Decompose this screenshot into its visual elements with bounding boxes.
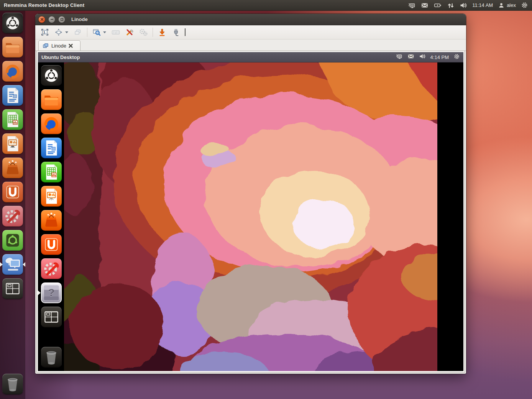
mail-icon[interactable] <box>421 2 429 9</box>
tab-label: Linode <box>51 43 66 49</box>
remote-clock[interactable]: 4:14 PM <box>430 54 449 60</box>
remote-launcher-item-ubuntu-one ubuntu-one-icon[interactable] <box>41 234 62 255</box>
remote-launcher-item-dash ubuntu-dash-icon[interactable] <box>41 65 62 86</box>
remmina-toolbar: 1 <box>35 25 466 39</box>
session-gear-icon[interactable] <box>453 53 460 61</box>
active-app-title: Remmina Remote Desktop Client <box>4 2 84 8</box>
remote-wallpaper <box>64 62 437 371</box>
remote-launcher-item-impress impress-icon[interactable] <box>41 186 62 207</box>
volume-icon[interactable] <box>460 2 467 9</box>
running-indicator-arrow <box>0 262 3 267</box>
minimize-icon <box>50 18 54 21</box>
launcher-item-dash ubuntu-dash-icon[interactable] <box>2 13 23 33</box>
focused-indicator-arrow <box>23 262 25 267</box>
scale-dropdown-caret chevron-down-icon[interactable] <box>103 31 106 33</box>
session-gear-icon[interactable] <box>521 2 528 9</box>
remote-launcher-item-firefox firefox-icon[interactable] <box>41 113 62 134</box>
launcher-item-home-folder folder-icon[interactable] <box>2 37 23 57</box>
toggle-fullscreen-button fullscreen-icon[interactable]: 1 <box>38 27 51 38</box>
duplicate-connection-button duplicate-icon <box>71 27 84 38</box>
screenshot-button download-arrow-icon[interactable] <box>156 27 169 38</box>
user-icon <box>498 2 505 9</box>
resize-window-button resize-icon[interactable] <box>52 27 65 38</box>
username: alex <box>507 2 516 8</box>
remote-launcher-item-trash trash-icon[interactable] <box>41 347 62 368</box>
grab-keyboard-button keyboard-icon <box>109 27 122 38</box>
mail-icon[interactable] <box>407 53 414 61</box>
launcher-item-ubuntu-one ubuntu-one-icon[interactable] <box>2 182 23 202</box>
launcher-item-trash trash-icon[interactable] <box>2 374 23 394</box>
remote-desktop-viewport[interactable]: Ubuntu Desktop 4:14 PM <box>37 51 465 372</box>
remote-focused-indicator-arrow <box>38 291 41 295</box>
text-cursor-bar <box>185 28 186 36</box>
remote-launcher-item-calc calc-icon[interactable] <box>41 162 62 182</box>
connection-tools-button tools-icon[interactable] <box>123 27 136 38</box>
tab-bar: Linode <box>35 39 466 51</box>
launcher-item-writer writer-icon[interactable] <box>2 85 23 106</box>
user-menu[interactable]: alex <box>498 2 516 9</box>
unity-launcher <box>0 11 25 399</box>
host-clock[interactable]: 11:14 AM <box>472 2 493 8</box>
maximize-icon <box>60 18 64 21</box>
launcher-item-calc calc-icon[interactable] <box>2 109 23 130</box>
launcher-item-software-center software-center-bag-icon[interactable] <box>2 158 23 178</box>
volume-icon[interactable] <box>419 53 426 61</box>
battery-charging-icon[interactable] <box>433 2 442 9</box>
launcher-item-remmina remmina-icon[interactable] <box>2 254 23 275</box>
launcher-item-firefox firefox-icon[interactable] <box>2 61 23 82</box>
remote-indicator-area: 4:14 PM <box>395 53 463 61</box>
remmina-window: Linode 1 <box>35 14 466 374</box>
launcher-item-impress impress-icon[interactable] <box>2 133 23 154</box>
fullscreen-badge: 1 <box>43 30 45 34</box>
remote-desktop-body: ? <box>38 62 463 371</box>
maximize-window-button[interactable] <box>58 16 65 23</box>
toolbar-separator <box>153 28 153 37</box>
remote-launcher-item-home-folder folder-icon[interactable] <box>41 89 62 110</box>
close-tab-icon[interactable] <box>69 44 73 48</box>
remote-launcher-item-unknown question-mark-icon[interactable]: ? <box>41 282 62 303</box>
launcher-item-ubuntu-software green-software-icon[interactable] <box>2 230 23 251</box>
close-window-button[interactable] <box>38 16 45 23</box>
remote-desktop-icon[interactable] <box>395 53 403 61</box>
remote-session-icon <box>43 43 49 49</box>
launcher-item-system-settings gear-wrench-icon[interactable] <box>2 206 23 227</box>
preferences-button gears-icon <box>137 27 150 38</box>
launcher-item-workspace-switcher workspace-grid-icon[interactable] <box>2 278 23 299</box>
scaled-mode-button magnifier-icon[interactable] <box>90 27 103 38</box>
host-top-panel: Remmina Remote Desktop Client 11:14 AM a… <box>0 0 532 11</box>
remote-launcher-item-software-center software-center-bag-icon[interactable] <box>41 210 62 231</box>
window-titlebar: Linode <box>35 14 466 25</box>
minimize-window-button[interactable] <box>48 16 55 23</box>
remote-desktop-icon[interactable] <box>407 2 416 9</box>
remote-launcher-item-system-settings gear-wrench-icon[interactable] <box>41 258 62 279</box>
updown-arrows-icon[interactable] <box>447 2 455 9</box>
tab-linode[interactable]: Linode <box>38 40 80 51</box>
remote-menubar-label[interactable]: Ubuntu Desktop <box>41 54 80 60</box>
remote-top-panel: Ubuntu Desktop 4:14 PM <box>38 52 463 62</box>
question-mark-label: ? <box>42 283 61 302</box>
remote-launcher-item-writer writer-icon[interactable] <box>41 138 62 158</box>
resize-dropdown-caret chevron-down-icon[interactable] <box>65 31 68 33</box>
toolbar-separator <box>87 28 87 37</box>
host-indicator-area: 11:14 AM alex <box>407 2 532 9</box>
remote-launcher-item-workspace-switcher workspace-grid-icon[interactable] <box>41 307 62 327</box>
close-icon <box>40 18 44 21</box>
window-title: Linode <box>71 16 88 22</box>
disconnect-button plug-icon[interactable] <box>169 27 182 38</box>
remote-unity-launcher: ? <box>38 62 64 371</box>
